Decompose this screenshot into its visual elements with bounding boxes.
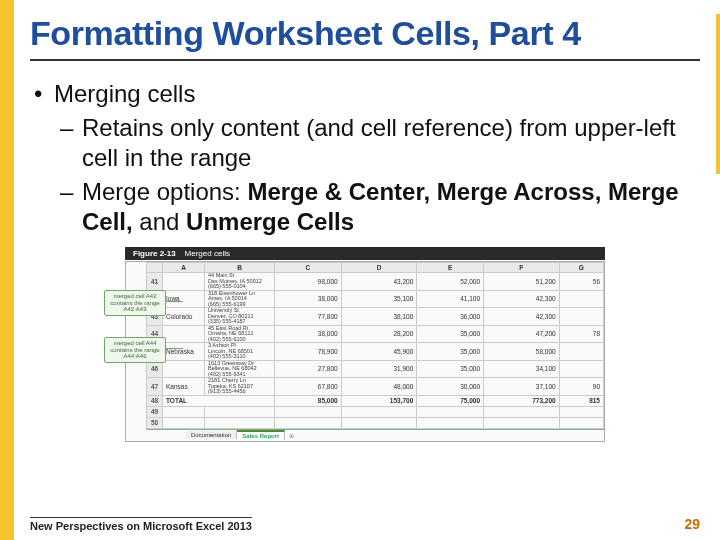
callout-merged-a44: merged cell A44 contains the range A44:A… <box>104 337 166 363</box>
figure-body: merged cell A42 contains the range A42:A… <box>125 261 605 442</box>
bullet-level2-a: Retains only content (and cell reference… <box>30 113 700 173</box>
add-sheet-icon: ⊕ <box>285 432 298 439</box>
table-row: 4445 East Road RtOmaha, NE 68111(402) 55… <box>147 325 604 343</box>
table-row: 461613 Greenway DrBellevue, NE 68042(402… <box>147 360 604 378</box>
content-area: Formatting Worksheet Cells, Part 4 Mergi… <box>30 14 700 510</box>
bullet-level1: Merging cells <box>30 79 700 109</box>
col-hdr <box>147 263 163 273</box>
callout-merged-a42: merged cell A42 contains the range A42:A… <box>104 290 166 316</box>
figure-caption-label: Figure 2-13 <box>133 249 176 258</box>
table-row: 42Iowa318 Eisenhower LnAmes, IA 50014(66… <box>147 290 604 308</box>
table-row: 4144 Main StDes Moines, IA 50012(665) 55… <box>147 273 604 291</box>
figure-wrapper: Figure 2-13 Merged cells merged cell A42… <box>30 247 700 442</box>
figure: Figure 2-13 Merged cells merged cell A42… <box>125 247 605 442</box>
table-row: 47Kansas2181 Cherry LnTopeka, KS 62107(9… <box>147 378 604 396</box>
accent-left-bar <box>0 0 14 540</box>
spreadsheet-table: A B C D E F G 4144 Main StDes Moines, IA… <box>146 262 604 429</box>
col-hdr: F <box>484 263 560 273</box>
body-text: Merging cells Retains only content (and … <box>30 79 700 237</box>
col-hdr: G <box>559 263 603 273</box>
sheet-tab: Documentation <box>186 431 237 439</box>
sheet-tabs: Documentation Sales Report ⊕ <box>146 429 604 441</box>
figure-caption-text: Merged cells <box>185 249 230 258</box>
slide: Formatting Worksheet Cells, Part 4 Mergi… <box>0 0 720 540</box>
table-row: 50 <box>147 417 604 428</box>
sheet-tab-active: Sales Report <box>237 430 285 440</box>
footer: New Perspectives on Microsoft Excel 2013… <box>30 516 700 532</box>
accent-right-bar <box>716 14 720 174</box>
figure-caption: Figure 2-13 Merged cells <box>125 247 605 260</box>
bullet-level2-b: Merge options: Merge & Center, Merge Acr… <box>30 177 700 237</box>
page-number: 29 <box>684 516 700 532</box>
slide-title: Formatting Worksheet Cells, Part 4 <box>30 14 700 61</box>
col-hdr: A <box>163 263 205 273</box>
table-row: 49 <box>147 406 604 417</box>
table-row: 43ColoradoUniversity StDenver, CO 80211(… <box>147 308 604 326</box>
col-hdr: C <box>275 263 342 273</box>
table-row-total: 48TOTAL85,000153,70075,000773,200815 <box>147 395 604 406</box>
footer-text: New Perspectives on Microsoft Excel 2013 <box>30 517 252 532</box>
l2b-bold2: Unmerge Cells <box>186 208 354 235</box>
col-hdr: B <box>205 263 275 273</box>
col-hdr: D <box>341 263 417 273</box>
l2b-pre: Merge options: <box>82 178 247 205</box>
col-hdr: E <box>417 263 484 273</box>
l2b-mid: and <box>139 208 186 235</box>
col-header-row: A B C D E F G <box>147 263 604 273</box>
table-row: 45Nebraska3 Ashton PlLincoln, NE 68501(4… <box>147 343 604 361</box>
